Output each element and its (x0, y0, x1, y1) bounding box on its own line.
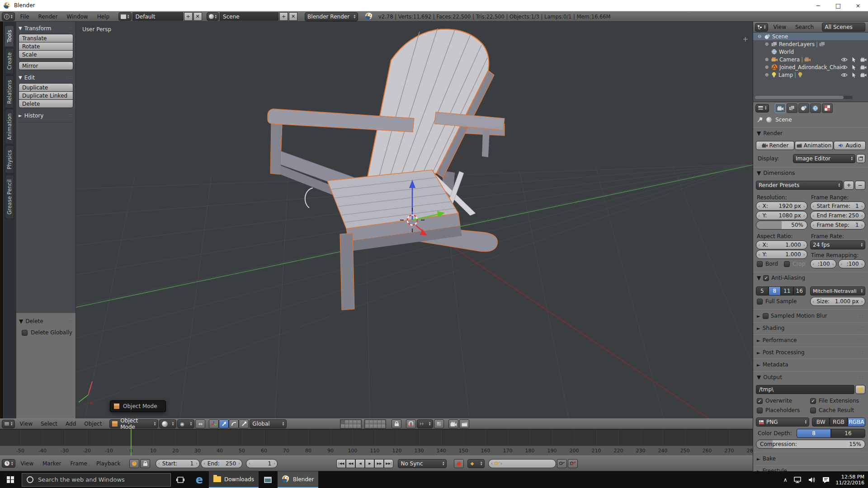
jump-to-start-button[interactable]: |◀◀ (336, 459, 346, 468)
expander-plus-icon[interactable]: ⊕ (764, 72, 769, 77)
timeline-menu-view[interactable]: View (16, 459, 38, 469)
layer-cell[interactable] (349, 420, 353, 424)
outliner-menu-view[interactable]: View (769, 22, 791, 32)
aspect-x-field[interactable]: X:1.000 (756, 240, 807, 249)
aa-samples-11[interactable]: 11 (781, 286, 793, 296)
properties-tab-texture[interactable] (822, 103, 833, 113)
render-presets-dropdown[interactable]: Render Presets (756, 181, 843, 190)
resolution-y-field[interactable]: Y:1080 px (756, 211, 807, 220)
selectable-cursor-icon[interactable] (852, 57, 856, 62)
renderable-camera-icon[interactable] (860, 65, 867, 70)
info-menu-window[interactable]: Window (62, 12, 92, 22)
shelf-tab-animation[interactable]: Animation (5, 109, 14, 145)
region-expand-icon[interactable]: + (742, 35, 748, 43)
expander-plus-icon[interactable]: ⊕ (764, 57, 769, 62)
outliner-item-joined-adirondack-chair-c[interactable]: ⊕Joined_Adirondack_Chair_C (753, 63, 868, 71)
remove-preset-button[interactable]: − (855, 181, 865, 190)
layer-cell[interactable] (357, 424, 361, 428)
outliner-scrollbar[interactable] (755, 96, 853, 99)
aa-samples-8[interactable]: 8 (769, 286, 781, 296)
layers-grid-1[interactable] (340, 419, 362, 429)
close-button[interactable]: × (848, 0, 868, 11)
start-button[interactable] (0, 471, 21, 488)
timeline-track-area[interactable] (0, 429, 753, 446)
layer-cell[interactable] (382, 420, 385, 424)
renderable-camera-icon[interactable] (860, 73, 867, 77)
aa-samples-16[interactable]: 16 (793, 286, 806, 296)
scenes-filter-dropdown[interactable]: All Scenes (822, 23, 865, 32)
screen-layout-field[interactable]: Default (132, 12, 183, 21)
layers-grid-2[interactable] (364, 419, 386, 429)
scale-button[interactable]: Scale (19, 50, 73, 59)
visibility-eye-icon[interactable] (841, 73, 848, 77)
properties-tab-scene[interactable] (798, 103, 809, 113)
insert-keyframe-button[interactable] (557, 459, 567, 468)
add-preset-button[interactable]: + (844, 181, 854, 190)
render-audio-button[interactable]: Audio (834, 141, 866, 150)
color-depth-8[interactable]: 8 (797, 429, 831, 438)
panel-collapse-icon[interactable]: ▼ (19, 26, 22, 31)
taskbar-app-downloads[interactable]: Downloads (209, 471, 259, 488)
panel-collapse-icon[interactable]: ▼ (757, 170, 761, 176)
renderable-camera-icon[interactable] (860, 57, 867, 62)
channel-bw[interactable]: BW (812, 418, 830, 427)
view3d-menu-add[interactable]: Add (61, 419, 80, 429)
outliner-item-scene[interactable]: ⊖Scene (753, 33, 868, 40)
layer-cell[interactable] (345, 424, 349, 428)
editor-type-properties-button[interactable] (755, 104, 769, 113)
display-dropdown[interactable]: Image Editor (793, 154, 855, 163)
panel-collapse-icon[interactable]: ► (19, 113, 22, 118)
keying-set-dropdown[interactable]: ◆ (467, 459, 485, 468)
overwrite-checkbox[interactable]: ✓ (757, 398, 763, 404)
layer-cell[interactable] (382, 424, 385, 428)
shelf-tab-tools[interactable]: Tools (5, 25, 14, 47)
sync-mode-dropdown[interactable]: No Sync (398, 459, 447, 468)
layer-cell[interactable] (341, 424, 344, 428)
visibility-eye-icon[interactable] (841, 57, 848, 62)
add-layout-button[interactable]: + (184, 12, 193, 21)
layer-cell[interactable] (365, 420, 369, 424)
resolution-percent-slider[interactable]: 50% (756, 221, 807, 230)
translate-button[interactable]: Translate (19, 34, 73, 42)
shelf-tab-grease-pencil[interactable]: Grease Pencil (5, 175, 14, 219)
delete-button[interactable]: Delete (19, 99, 73, 108)
editor-type-info-button[interactable]: i (2, 12, 15, 21)
snap-element-dropdown[interactable]: ⊦⊦ (417, 419, 433, 428)
properties-tab-world[interactable] (810, 103, 821, 113)
crop-checkbox[interactable] (784, 261, 790, 267)
browse-folder-button[interactable] (855, 385, 865, 394)
border-checkbox-row[interactable]: Bord (757, 261, 778, 267)
color-depth-16[interactable]: 16 (831, 429, 865, 438)
panel-expand-icon[interactable]: ► (757, 362, 760, 367)
expander-minus-icon[interactable]: ⊖ (757, 34, 762, 39)
minimize-button[interactable]: − (808, 0, 828, 11)
translate-manipulator-button[interactable] (219, 419, 229, 428)
shelf-tab-create[interactable]: Create (5, 48, 14, 74)
placeholders-checkbox[interactable] (757, 408, 763, 413)
hidden-icons-button[interactable]: ∧ (783, 477, 788, 483)
outliner-item-renderlayers[interactable]: ⊕RenderLayers| (753, 40, 868, 48)
view3d-menu-view[interactable]: View (16, 419, 37, 429)
properties-tab-render-layers[interactable] (787, 103, 797, 113)
mode-menu-popup[interactable]: Object Mode (110, 400, 166, 412)
selectable-cursor-icon[interactable] (852, 65, 856, 70)
record-button[interactable]: ● (454, 459, 464, 468)
layer-cell[interactable] (341, 420, 344, 424)
panel-collapse-icon[interactable]: ▼ (757, 130, 761, 136)
properties-tab-render[interactable] (775, 103, 786, 113)
panel-expand-icon[interactable]: ► (757, 326, 760, 331)
scene-name-field[interactable]: Scene (220, 12, 278, 21)
screen-layout-icon-button[interactable] (118, 12, 132, 21)
shelf-tab-physics[interactable]: Physics (5, 145, 14, 174)
layer-cell[interactable] (353, 424, 357, 428)
mirror-button[interactable]: Mirror (19, 61, 73, 70)
edge-button[interactable]: e (190, 471, 209, 488)
outliner-menu-search[interactable]: Search (791, 22, 818, 32)
taskbar-search[interactable]: Search the web and Windows (22, 473, 171, 487)
aspect-y-field[interactable]: Y:1.000 (756, 250, 807, 259)
maximize-button[interactable]: □ (828, 0, 848, 11)
remap-old-field[interactable]: :100 (810, 259, 836, 268)
transform-orientation-dropdown[interactable]: Global (250, 419, 287, 428)
full-sample-row[interactable]: Full Sample (757, 298, 797, 305)
layer-cell[interactable] (369, 424, 373, 428)
